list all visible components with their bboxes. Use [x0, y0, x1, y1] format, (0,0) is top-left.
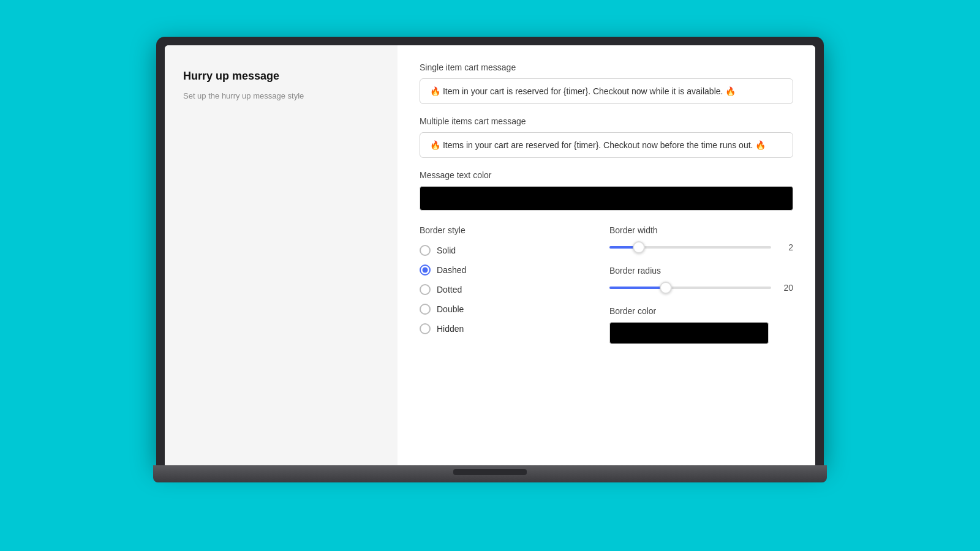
message-text-color-label: Message text color	[420, 170, 793, 180]
border-width-thumb[interactable]	[633, 241, 645, 253]
radio-label-hidden: Hidden	[437, 324, 464, 334]
sidebar: Hurry up message Set up the hurry up mes…	[165, 45, 398, 465]
radio-item-dotted[interactable]: Dotted	[420, 284, 573, 295]
radio-item-double[interactable]: Double	[420, 304, 573, 315]
bottom-row: Border style Solid Dashed	[420, 225, 793, 356]
border-width-track	[609, 246, 771, 249]
border-radius-group: Border radius 20	[609, 266, 793, 294]
laptop-screen-inner: Hurry up message Set up the hurry up mes…	[165, 45, 815, 465]
border-radius-value: 20	[778, 283, 793, 293]
border-color-swatch[interactable]	[609, 322, 769, 344]
border-width-group: Border width 2	[609, 225, 793, 253]
laptop-wrapper: Hurry up message Set up the hurry up mes…	[153, 37, 827, 514]
laptop-base	[153, 465, 827, 482]
sidebar-description: Set up the hurry up message style	[183, 90, 379, 102]
radio-label-double: Double	[437, 304, 464, 314]
border-width-slider-wrapper	[609, 241, 771, 253]
border-style-label: Border style	[420, 225, 573, 235]
radio-dashed[interactable]	[420, 264, 431, 276]
border-radius-thumb[interactable]	[660, 282, 672, 294]
laptop-screen-outer: Hurry up message Set up the hurry up mes…	[156, 37, 824, 465]
border-style-section: Border style Solid Dashed	[420, 225, 573, 356]
radio-item-hidden[interactable]: Hidden	[420, 323, 573, 334]
border-radius-label: Border radius	[609, 266, 793, 276]
multiple-items-label: Multiple items cart message	[420, 116, 793, 126]
border-width-value: 2	[778, 242, 793, 252]
radio-label-solid: Solid	[437, 246, 456, 255]
radio-solid[interactable]	[420, 245, 431, 256]
radio-double[interactable]	[420, 304, 431, 315]
border-radius-slider-row: 20	[609, 282, 793, 294]
border-style-radio-group: Solid Dashed Dotted	[420, 245, 573, 334]
radio-item-dashed[interactable]: Dashed	[420, 264, 573, 276]
border-controls-section: Border width 2	[609, 225, 793, 356]
message-text-color-swatch[interactable]	[420, 186, 793, 211]
border-width-slider-row: 2	[609, 241, 793, 253]
border-width-label: Border width	[609, 225, 793, 235]
border-radius-track	[609, 287, 771, 289]
main-content: Single item cart message Multiple items …	[398, 45, 815, 465]
single-item-label: Single item cart message	[420, 62, 793, 72]
border-color-label: Border color	[609, 306, 793, 316]
border-color-group: Border color	[609, 306, 793, 344]
radio-dotted[interactable]	[420, 284, 431, 295]
radio-label-dashed: Dashed	[437, 265, 466, 275]
radio-hidden[interactable]	[420, 323, 431, 334]
single-item-input[interactable]	[420, 78, 793, 104]
border-radius-slider-wrapper	[609, 282, 771, 294]
multiple-items-input[interactable]	[420, 132, 793, 158]
sidebar-title: Hurry up message	[183, 70, 379, 83]
radio-label-dotted: Dotted	[437, 285, 462, 294]
border-radius-fill	[609, 287, 666, 289]
radio-item-solid[interactable]: Solid	[420, 245, 573, 256]
